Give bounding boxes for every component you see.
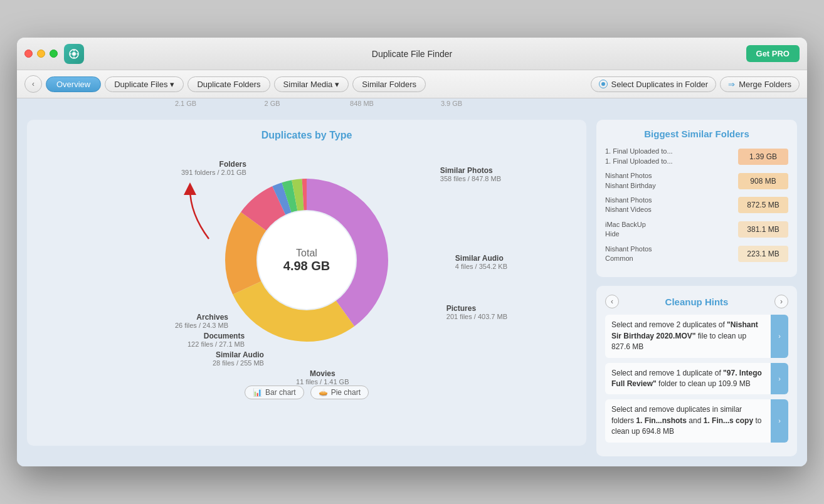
- overview-button[interactable]: Overview: [46, 76, 101, 92]
- hints-list: Select and remove 2 duplicates of "Nisha…: [605, 315, 788, 442]
- size-value-2: 872.5 MB: [738, 197, 788, 213]
- hint-arrow-2[interactable]: ›: [771, 399, 788, 442]
- duplicate-folders-button[interactable]: Duplicate Folders: [188, 76, 270, 92]
- fullscreen-button[interactable]: [50, 50, 58, 58]
- chart-title: Duplicates by Type: [37, 130, 576, 141]
- chart-controls: 📊 Bar chart 🥧 Pie chart: [37, 386, 576, 399]
- documents-label: Documents 122 files / 27.1 MB: [188, 332, 245, 348]
- biggest-folders-title: Biggest Similar Folders: [605, 129, 788, 139]
- size-value-4: 223.1 MB: [738, 246, 788, 262]
- pictures-label: Pictures 201 files / 403.7 MB: [446, 304, 507, 320]
- similar-media-button[interactable]: Similar Media ▾: [274, 76, 349, 92]
- target-icon: [599, 80, 608, 88]
- hint-text-0: Select and remove 2 duplicates of "Nisha…: [605, 315, 771, 357]
- donut-center: Total 4.98 GB: [283, 248, 330, 273]
- hints-prev-button[interactable]: ‹: [605, 295, 619, 308]
- archives-label: Archives 26 files / 24.3 MB: [175, 313, 228, 329]
- similar-folders-button[interactable]: Similar Folders: [352, 76, 426, 92]
- dropdown-icon-2: ▾: [335, 80, 339, 89]
- cleanup-hints-panel: ‹ Cleanup Hints › Select and remove 2 du…: [596, 286, 797, 456]
- folders-label: Folders 391 folders / 2.01 GB: [181, 160, 246, 176]
- hint-arrow-1[interactable]: ›: [771, 363, 788, 395]
- merge-folders-label: Merge Folders: [739, 80, 791, 89]
- folder-size-bar-1: 908 MB: [738, 173, 788, 189]
- cleanup-hints-title: Cleanup Hints: [665, 297, 729, 307]
- similar-photos-label: Similar Photos 358 files / 847.8 MB: [440, 166, 501, 182]
- pie-chart-icon: 🥧: [319, 388, 328, 397]
- movies-label: Movies 11 files / 1.41 GB: [296, 369, 349, 386]
- window-title: Duplicate File Finder: [372, 49, 452, 59]
- pie-chart-label: Pie chart: [331, 388, 361, 397]
- size-label-similar-folders: 3.9 GB: [408, 100, 495, 107]
- hint-item-0: Select and remove 2 duplicates of "Nisha…: [605, 315, 788, 357]
- donut-chart: Total 4.98 GB Folders 391 folders / 2.01…: [200, 154, 413, 367]
- bar-chart-label: Bar chart: [265, 388, 296, 397]
- hint-text-1: Select and remove 1 duplicate of "97. In…: [605, 363, 771, 395]
- content-area: Duplicates by Type: [17, 110, 807, 466]
- bar-chart-button[interactable]: 📊 Bar chart: [245, 386, 304, 399]
- merge-folders-button[interactable]: ⇒ Merge Folders: [720, 76, 800, 92]
- select-duplicates-button[interactable]: Select Duplicates in Folder: [591, 76, 717, 92]
- size-value-0: 1.39 GB: [738, 149, 788, 165]
- bar-chart-icon: 📊: [253, 388, 262, 397]
- folder-names-0: 1. Final Uploaded to... 1. Final Uploade…: [605, 147, 738, 166]
- size-label-similar-media: 848 MB: [315, 100, 408, 107]
- traffic-lights: [24, 50, 58, 58]
- folder-names-1: Nishant Photos Nishant Birthday: [605, 171, 738, 191]
- donut-total-value: 4.98 GB: [283, 259, 330, 273]
- folder-size-bar-3: 381.1 MB: [738, 221, 788, 238]
- chart-section: Duplicates by Type: [27, 120, 586, 446]
- svg-point-1: [72, 52, 76, 56]
- folder-names-3: iMac BackUp Hide: [605, 220, 738, 239]
- folder-item-3: iMac BackUp Hide 381.1 MB: [605, 220, 788, 239]
- pie-chart-button[interactable]: 🥧 Pie chart: [310, 386, 369, 399]
- get-pro-button[interactable]: Get PRO: [746, 45, 800, 62]
- dropdown-icon: ▾: [170, 80, 174, 89]
- minimize-button[interactable]: [37, 50, 45, 58]
- titlebar: Duplicate File Finder Get PRO: [17, 38, 807, 70]
- duplicate-files-label: Duplicate Files: [114, 80, 167, 89]
- hint-item-1: Select and remove 1 duplicate of "97. In…: [605, 363, 788, 395]
- merge-icon: ⇒: [728, 80, 735, 89]
- folder-size-bar-0: 1.39 GB: [738, 149, 788, 165]
- hint-arrow-0[interactable]: ›: [771, 315, 788, 357]
- size-value-3: 381.1 MB: [738, 221, 788, 238]
- toolbar: ‹ Overview Duplicate Files ▾ Duplicate F…: [17, 70, 807, 98]
- main-window: Duplicate File Finder Get PRO ‹ Overview…: [17, 38, 807, 466]
- prev-icon: ‹: [611, 297, 613, 306]
- folder-size-bar-4: 223.1 MB: [738, 246, 788, 262]
- biggest-folders-panel: Biggest Similar Folders 1. Final Uploade…: [596, 120, 797, 277]
- folder-item-0: 1. Final Uploaded to... 1. Final Uploade…: [605, 147, 788, 166]
- similar-media-label: Similar Media: [283, 80, 333, 89]
- hint-text-2: Select and remove duplicates in similar …: [605, 399, 771, 442]
- size-label-dup-folders: 2 GB: [229, 100, 315, 107]
- folder-item-1: Nishant Photos Nishant Birthday 908 MB: [605, 171, 788, 191]
- back-button[interactable]: ‹: [24, 75, 42, 93]
- hints-next-button[interactable]: ›: [774, 295, 788, 308]
- right-panel: Biggest Similar Folders 1. Final Uploade…: [596, 120, 797, 456]
- folder-names-4: Nishant Photos Common: [605, 244, 738, 264]
- size-value-1: 908 MB: [738, 173, 788, 189]
- similar-audio-label: Similar Audio 4 files / 354.2 KB: [455, 254, 507, 270]
- folder-names-2: Nishant Photos Nishant Videos: [605, 196, 738, 215]
- hint-item-2: Select and remove duplicates in similar …: [605, 399, 788, 442]
- app-icon: [64, 44, 84, 64]
- folder-item-2: Nishant Photos Nishant Videos 872.5 MB: [605, 196, 788, 215]
- back-icon: ‹: [32, 80, 34, 88]
- donut-total-label: Total: [283, 248, 330, 259]
- next-icon: ›: [780, 297, 783, 306]
- folder-item-4: Nishant Photos Common 223.1 MB: [605, 244, 788, 264]
- size-label-dup-files: 2.1 GB: [142, 100, 229, 107]
- hints-header: ‹ Cleanup Hints ›: [605, 295, 788, 308]
- main-panel: Duplicates by Type: [27, 120, 586, 456]
- folder-size-bar-2: 872.5 MB: [738, 197, 788, 213]
- music-label: Similar Audio 28 files / 255 MB: [213, 350, 264, 367]
- close-button[interactable]: [24, 50, 33, 58]
- duplicate-files-button[interactable]: Duplicate Files ▾: [105, 76, 184, 92]
- select-duplicates-label: Select Duplicates in Folder: [611, 80, 709, 89]
